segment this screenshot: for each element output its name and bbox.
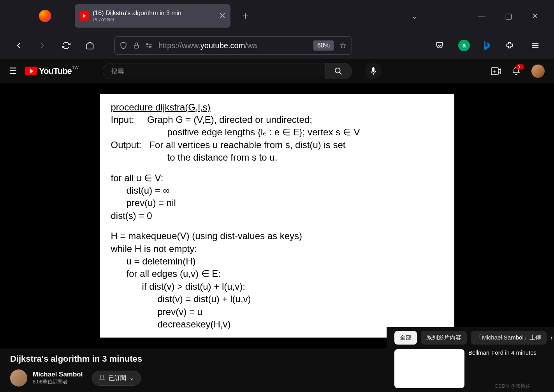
tab-text: (16) Dijkstra's algorithm in 3 min PLAYI… <box>93 10 216 23</box>
tab-title: (16) Dijkstra's algorithm in 3 min <box>93 10 216 17</box>
video-player[interactable]: procedure dijkstra(G,l,s) Input: Graph G… <box>0 83 554 348</box>
pocket-icon[interactable] <box>433 38 447 52</box>
youtube-logo-text: YouTube <box>39 66 72 76</box>
url-bar[interactable]: https://www.youtube.com/wa 60% ☆ <box>114 36 352 55</box>
hamburger-menu-icon[interactable]: ☰ <box>9 66 17 76</box>
create-icon[interactable] <box>491 67 501 75</box>
zoom-badge[interactable]: 60% <box>313 40 334 51</box>
svg-point-3 <box>149 46 150 47</box>
search-button[interactable] <box>325 63 352 79</box>
minimize-icon[interactable]: — <box>478 11 485 21</box>
chip-uploader[interactable]: 「Michael Sambol」上傳 <box>471 331 547 345</box>
lock-icon[interactable] <box>133 42 140 49</box>
svg-rect-0 <box>134 45 139 48</box>
url-text: https://www.youtube.com/wa <box>158 41 308 50</box>
permissions-icon[interactable] <box>145 42 153 49</box>
extension-a-icon[interactable]: a <box>458 40 470 51</box>
related-title: Bellman-Ford in 4 minutes <box>468 349 536 388</box>
window-controls: — ▢ ✕ <box>478 11 554 21</box>
header-right: 9+ <box>491 65 545 78</box>
browser-toolbar: https://www.youtube.com/wa 60% ☆ a <box>0 32 554 59</box>
maximize-icon[interactable]: ▢ <box>505 11 512 21</box>
channel-name[interactable]: Michael Sambol <box>33 371 83 378</box>
chip-series[interactable]: 系列影片內容 <box>421 331 467 345</box>
browser-titlebar: (16) Dijkstra's algorithm in 3 min PLAYI… <box>0 0 554 32</box>
subscribe-button[interactable]: 已訂閱 ⌄ <box>92 371 141 386</box>
filter-chips: 全部 系列影片內容 「Michael Sambol」上傳 › <box>394 331 546 345</box>
close-window-icon[interactable]: ✕ <box>532 11 538 21</box>
svg-point-1 <box>146 44 148 45</box>
extension-icons: a <box>433 38 542 52</box>
user-avatar[interactable] <box>531 65 545 78</box>
youtube-country: TW <box>72 65 79 70</box>
voice-search-icon[interactable] <box>365 63 382 79</box>
forward-button[interactable] <box>35 38 49 52</box>
tab-list-icon[interactable]: ⌄ <box>411 11 418 21</box>
chevron-down-icon: ⌄ <box>129 374 134 382</box>
home-button[interactable] <box>83 38 97 52</box>
shield-icon[interactable] <box>120 42 127 49</box>
firefox-logo-icon <box>39 10 51 22</box>
youtube-play-icon <box>25 67 37 75</box>
notification-badge: 9+ <box>515 64 524 70</box>
bell-icon <box>98 374 106 382</box>
browser-tab[interactable]: (16) Dijkstra's algorithm in 3 min PLAYI… <box>75 4 230 28</box>
related-video-item[interactable]: Bellman-Ford in 4 minutes <box>394 349 546 388</box>
tab-status: PLAYING <box>93 17 216 23</box>
channel-subs: 8.06萬位訂閱者 <box>33 378 83 385</box>
channel-info: Michael Sambol 8.06萬位訂閱者 <box>33 371 83 385</box>
related-thumbnail <box>394 349 464 388</box>
bing-icon[interactable] <box>482 40 491 51</box>
youtube-favicon-icon <box>79 11 89 21</box>
video-content: procedure dijkstra(G,l,s) Input: Graph G… <box>100 94 454 338</box>
watermark: CSDN @賴博伯 <box>494 383 531 390</box>
new-tab-button[interactable]: + <box>242 10 248 22</box>
bookmark-star-icon[interactable]: ☆ <box>339 40 347 51</box>
reload-button[interactable] <box>59 38 73 52</box>
extensions-icon[interactable] <box>503 38 517 52</box>
app-menu-icon[interactable] <box>528 38 542 52</box>
notifications-icon[interactable]: 9+ <box>512 66 521 76</box>
channel-avatar[interactable] <box>10 369 27 387</box>
youtube-logo[interactable]: YouTube TW <box>25 66 72 76</box>
related-sidebar: 全部 系列影片內容 「Michael Sambol」上傳 › Bellman-F… <box>387 327 554 392</box>
svg-line-10 <box>339 72 342 75</box>
search-input[interactable]: 搜尋 <box>103 63 325 79</box>
svg-rect-11 <box>372 67 375 72</box>
close-tab-icon[interactable]: ✕ <box>219 11 226 21</box>
back-button[interactable] <box>12 38 26 52</box>
chevron-right-icon[interactable]: › <box>550 334 553 342</box>
search-container: 搜尋 <box>103 63 352 79</box>
youtube-header: ☰ YouTube TW 搜尋 9+ <box>0 59 554 83</box>
svg-point-9 <box>335 68 340 73</box>
chip-all[interactable]: 全部 <box>394 331 417 345</box>
